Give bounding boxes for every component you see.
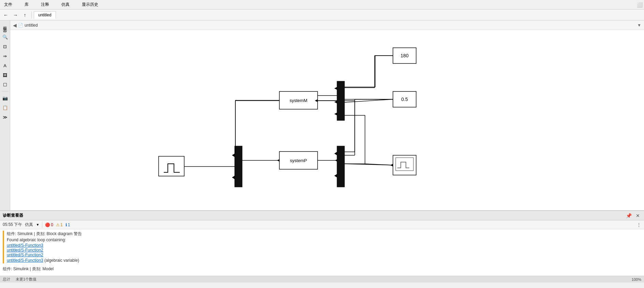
forward-button[interactable]: → bbox=[11, 11, 20, 19]
diag-link-3-with-suffix: untitled/S-Function3 (algebraic variable… bbox=[7, 258, 79, 263]
mux2-bot-arrow bbox=[334, 174, 337, 177]
mux3-bot-arrow bbox=[334, 113, 337, 115]
menu-item-sim[interactable]: 仿真 bbox=[59, 1, 72, 8]
diag-link-1[interactable]: untitled/S-Function2 bbox=[7, 248, 82, 253]
gain05-label: 0.5 bbox=[401, 97, 408, 102]
image-icon[interactable]: 🖼 bbox=[1, 71, 10, 80]
diagnostic-toolbar: 05:55 下午 仿真 ▼ 🔴 0 ⚠ 1 ℹ 1 ⋮ bbox=[0, 220, 644, 229]
window-maximize-btn[interactable]: ⬜ bbox=[637, 2, 643, 8]
info-entry: 组件: Simulink | 类别: Model bbox=[3, 266, 641, 272]
status-left: 总计 bbox=[3, 277, 10, 282]
menu-item-annotation[interactable]: 注释 bbox=[38, 1, 52, 8]
sidebar-separator bbox=[2, 30, 9, 30]
model-tab[interactable]: untitled bbox=[34, 11, 56, 19]
diagram-canvas[interactable]: systemP systemM 180 0. bbox=[10, 20, 644, 210]
diag-time: 05:55 下午 bbox=[3, 222, 22, 228]
mux3-block[interactable] bbox=[337, 81, 345, 120]
info-component: 组件: Simulink | 类别: Model bbox=[3, 267, 54, 271]
text-icon[interactable]: A bbox=[1, 61, 10, 70]
diag-title: 诊断查看器 bbox=[3, 213, 623, 218]
menu-bar: 文件 库 注释 仿真 显示历史 ⬜ bbox=[0, 0, 644, 10]
main-layout: 模型浏览器 🔍 ⊡ ⇒ A 🖼 ☐ 📷 📋 ≫ ◀ 📄 untitled ▼ bbox=[0, 20, 644, 210]
mux1-block[interactable] bbox=[235, 146, 242, 187]
diagnostic-content: 组件: Simulink | 类别: Block diagram 警告 Foun… bbox=[0, 229, 644, 276]
diag-mode-dropdown[interactable]: ▼ bbox=[36, 223, 39, 227]
more-icon[interactable]: ≫ bbox=[1, 113, 10, 121]
diag-warning-badge[interactable]: ⚠ 1 bbox=[56, 222, 63, 227]
clipboard-icon[interactable]: 📋 bbox=[1, 103, 10, 112]
warning-entry: 组件: Simulink | 类别: Block diagram 警告 Foun… bbox=[3, 231, 641, 263]
mux2-block[interactable] bbox=[337, 146, 345, 187]
up-button[interactable]: ↑ bbox=[20, 11, 29, 19]
toolbar-separator bbox=[31, 12, 32, 18]
gain180-label: 180 bbox=[400, 53, 409, 58]
menu-item-lib[interactable]: 库 bbox=[22, 1, 31, 8]
warning-message: Found algebraic loop containing: bbox=[7, 237, 66, 242]
rect-icon[interactable]: ☐ bbox=[1, 80, 10, 89]
scope-screen bbox=[396, 158, 413, 171]
mux3-mid-arrow bbox=[334, 101, 337, 103]
canvas-area: ◀ 📄 untitled ▼ bbox=[10, 20, 644, 210]
sidebar-label: 模型浏览器 bbox=[2, 22, 8, 28]
sidebar-separator2 bbox=[2, 91, 9, 91]
mux2-top-arrow bbox=[334, 152, 337, 155]
diag-info-badge[interactable]: ℹ 1 bbox=[65, 222, 70, 227]
diag-close-button[interactable]: ✕ bbox=[634, 213, 641, 218]
status-zoom: 100% bbox=[632, 277, 641, 282]
diag-toolbar-sep bbox=[42, 222, 42, 228]
diag-error-badge[interactable]: 🔴 0 bbox=[45, 222, 53, 227]
left-sidebar: 模型浏览器 🔍 ⊡ ⇒ A 🖼 ☐ 📷 📋 ≫ bbox=[0, 20, 10, 210]
diag-menu-button[interactable]: ⋮ bbox=[636, 222, 641, 228]
diag-link-2[interactable]: untitled/S-Function2 bbox=[7, 253, 82, 257]
step-block[interactable] bbox=[159, 156, 184, 176]
fit-icon[interactable]: ⊡ bbox=[1, 42, 10, 51]
back-button[interactable]: ← bbox=[1, 11, 10, 19]
status-bar: 总计 未更1个数值 100% bbox=[0, 276, 644, 283]
mux3-top-arrow bbox=[334, 87, 337, 90]
diag-link-3[interactable]: untitled/S-Function3 bbox=[7, 258, 43, 263]
toolbar: ← → ↑ untitled bbox=[0, 10, 644, 20]
warning-indicator bbox=[3, 231, 4, 263]
camera-icon[interactable]: 📷 bbox=[1, 93, 10, 102]
menu-item-history[interactable]: 显示历史 bbox=[79, 1, 101, 8]
systemp-label: systemP bbox=[290, 158, 307, 163]
mux1-bot-arrow bbox=[232, 176, 235, 179]
diag-link-0[interactable]: untitled/S-Function3 bbox=[7, 243, 82, 248]
insert-icon[interactable]: ⇒ bbox=[1, 52, 10, 60]
systemm-label: systemM bbox=[290, 98, 307, 103]
status-center: 未更1个数值 bbox=[16, 277, 36, 282]
warning-content: 组件: Simulink | 类别: Block diagram 警告 Foun… bbox=[7, 231, 82, 263]
arrow-to-scope bbox=[390, 164, 393, 167]
mux1-top-arrow bbox=[232, 154, 235, 157]
warning-component: 组件: Simulink | 类别: Block diagram 警告 bbox=[7, 231, 82, 236]
zoom-icon[interactable]: 🔍 bbox=[1, 32, 10, 41]
diag-mode-label: 仿真 bbox=[25, 222, 33, 228]
menu-item-file[interactable]: 文件 bbox=[1, 1, 15, 8]
diagnostic-panel: 诊断查看器 📌 ✕ 05:55 下午 仿真 ▼ 🔴 0 ⚠ 1 ℹ 1 ⋮ 组件… bbox=[0, 210, 644, 276]
diag-pin-button[interactable]: 📌 bbox=[625, 213, 633, 218]
diagnostic-header: 诊断查看器 📌 ✕ bbox=[0, 211, 644, 220]
